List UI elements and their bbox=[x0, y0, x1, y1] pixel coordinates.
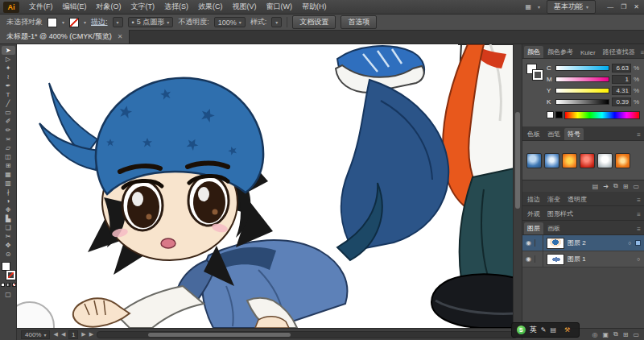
vertical-scrollbar[interactable] bbox=[513, 44, 522, 328]
cyan-value-field[interactable]: 6.63 bbox=[612, 64, 631, 73]
first-artboard-icon[interactable]: ◀ bbox=[53, 331, 57, 338]
tab-pathfinder[interactable]: 路径查找器 bbox=[600, 46, 638, 58]
menu-type[interactable]: 文字(T) bbox=[126, 0, 160, 15]
brush-definition-dropdown[interactable]: • 5 点圆形 ▾ bbox=[128, 17, 174, 27]
new-symbol-icon[interactable]: ⊞ bbox=[623, 183, 629, 190]
ime-keyboard-icon[interactable]: ▤ bbox=[550, 326, 556, 334]
free-transform-tool[interactable]: ▱ bbox=[2, 143, 15, 152]
fill-stroke-indicator[interactable] bbox=[2, 262, 15, 280]
ime-pen-icon[interactable]: ✎ bbox=[541, 326, 547, 334]
vertical-scrollbar-thumb[interactable] bbox=[515, 112, 520, 209]
break-link-icon[interactable]: ⧉ bbox=[613, 182, 618, 190]
hand-tool[interactable]: ✥ bbox=[2, 241, 15, 250]
fill-caret-icon[interactable]: ▾ bbox=[62, 19, 64, 25]
slice-tool[interactable]: ✂ bbox=[2, 232, 15, 241]
column-graph-tool[interactable]: ▙ bbox=[2, 214, 15, 223]
next-artboard-icon[interactable]: ▶ bbox=[81, 331, 85, 338]
close-button[interactable]: ✕ bbox=[634, 3, 639, 10]
menu-file[interactable]: 文件(F) bbox=[24, 0, 58, 15]
delete-layer-icon[interactable]: ▭ bbox=[633, 331, 639, 338]
layer-name[interactable]: 图层 2 bbox=[568, 238, 624, 247]
document-tab[interactable]: 未标题-1* @ 400% (CMYK/预览) ✕ bbox=[0, 30, 130, 44]
menu-view[interactable]: 视图(V) bbox=[228, 0, 262, 15]
tab-kuler[interactable]: Kuler bbox=[577, 48, 599, 58]
menu-select[interactable]: 选择(S) bbox=[159, 0, 193, 15]
menu-window[interactable]: 窗口(W) bbox=[262, 0, 298, 15]
panel-menu-icon[interactable]: ≡ bbox=[635, 130, 642, 140]
symbol-library-icon[interactable]: ▤ bbox=[592, 183, 599, 190]
ladybug-red-symbol[interactable] bbox=[580, 153, 595, 168]
new-sublayer-icon[interactable]: ⧉ bbox=[613, 330, 618, 338]
horizontal-scrollbar-thumb[interactable] bbox=[148, 333, 291, 337]
shape-builder-tool[interactable]: ◫ bbox=[2, 152, 15, 161]
lock-toggle-cell[interactable] bbox=[535, 235, 543, 251]
blend-tool[interactable]: ◑ bbox=[2, 197, 15, 205]
layer-thumbnail[interactable] bbox=[547, 254, 564, 265]
person-blue-symbol[interactable] bbox=[526, 153, 542, 168]
tab-symbols[interactable]: 符号 bbox=[564, 128, 584, 140]
tab-appearance[interactable]: 外观 bbox=[524, 208, 543, 220]
layer-target-icon[interactable]: ○ bbox=[633, 256, 644, 262]
tab-stroke[interactable]: 描边 bbox=[524, 193, 543, 205]
pen-tool[interactable]: ✒ bbox=[2, 81, 15, 90]
line-tool[interactable]: ╱ bbox=[2, 99, 15, 108]
panel-menu-icon[interactable]: ≡ bbox=[639, 48, 644, 58]
artboard-canvas[interactable] bbox=[17, 44, 522, 328]
rectangle-tool[interactable]: ▭ bbox=[2, 108, 15, 117]
layer-name[interactable]: 图层 1 bbox=[568, 255, 633, 263]
tab-swatches[interactable]: 色板 bbox=[524, 128, 543, 140]
white-swatch[interactable] bbox=[547, 111, 554, 118]
type-tool[interactable]: T bbox=[2, 90, 15, 99]
document-close-icon[interactable]: ✕ bbox=[118, 33, 123, 40]
mesh-tool[interactable]: ▦ bbox=[2, 170, 15, 179]
menu-object[interactable]: 对象(O) bbox=[92, 0, 126, 15]
ime-mode-label[interactable]: 英 bbox=[530, 325, 537, 335]
tab-color[interactable]: 颜色 bbox=[524, 46, 543, 58]
locate-object-icon[interactable]: ◎ bbox=[592, 331, 597, 338]
menu-edit[interactable]: 编辑(E) bbox=[58, 0, 92, 15]
menu-help[interactable]: 帮助(H) bbox=[297, 0, 332, 15]
workspace-switcher[interactable]: 基本功能 ▾ bbox=[547, 0, 596, 14]
direct-selection-tool[interactable]: ▷ bbox=[2, 55, 15, 64]
selection-tool[interactable]: ➤ bbox=[2, 46, 15, 55]
artboard-tool[interactable]: ❏ bbox=[2, 223, 15, 232]
tab-color-guide[interactable]: 颜色参考 bbox=[544, 46, 576, 58]
lock-toggle-cell[interactable] bbox=[535, 251, 543, 267]
magenta-slider[interactable] bbox=[555, 77, 609, 82]
layer-row-1[interactable]: ◉ 图层 1 ○ bbox=[522, 251, 644, 267]
black-swatch[interactable] bbox=[555, 111, 563, 118]
color-fill-stroke-indicator[interactable] bbox=[526, 64, 543, 80]
yellow-value-field[interactable]: 4.31 bbox=[612, 86, 631, 95]
pencil-tool[interactable]: ✏ bbox=[2, 126, 15, 135]
cloud-gray-symbol[interactable] bbox=[597, 153, 613, 168]
tab-transparency[interactable]: 透明度 bbox=[564, 193, 590, 205]
layer-row-2[interactable]: ◉ 图层 2 ○ bbox=[522, 235, 644, 251]
arrange-caret-icon[interactable]: ▾ bbox=[538, 4, 540, 10]
paintbrush-tool[interactable]: ✐ bbox=[2, 117, 15, 126]
stroke-panel-link[interactable]: 描边: bbox=[91, 17, 108, 27]
tab-layers[interactable]: 图层 bbox=[524, 222, 543, 234]
stroke-swatch[interactable] bbox=[69, 18, 79, 27]
place-symbol-icon[interactable]: ➔ bbox=[603, 183, 609, 190]
visibility-eye-icon[interactable]: ◉ bbox=[522, 255, 535, 263]
toolbar-stroke-swatch[interactable] bbox=[6, 271, 15, 280]
panel-menu-icon[interactable]: ≡ bbox=[635, 209, 642, 220]
gradient-fill-button[interactable] bbox=[6, 283, 10, 287]
globe-blue-symbol[interactable] bbox=[544, 153, 559, 168]
zoom-level-dropdown[interactable]: 400% ▾ bbox=[21, 330, 50, 339]
preferences-button[interactable]: 首选项 bbox=[341, 15, 377, 29]
none-fill-button[interactable] bbox=[12, 283, 16, 287]
toolbar-fill-swatch[interactable] bbox=[2, 262, 10, 271]
delete-symbol-icon[interactable]: ▭ bbox=[633, 183, 639, 190]
color-spectrum-bar[interactable] bbox=[564, 111, 640, 119]
layer-thumbnail[interactable] bbox=[547, 238, 564, 249]
magic-wand-tool[interactable]: ✦ bbox=[2, 64, 15, 73]
last-artboard-icon[interactable]: ▶ bbox=[89, 331, 93, 338]
arrange-documents-icon[interactable]: ▦ bbox=[526, 3, 532, 10]
menu-effect[interactable]: 效果(C) bbox=[193, 0, 228, 15]
color-stroke-swatch[interactable] bbox=[533, 70, 543, 80]
opacity-dropdown[interactable]: 100% ▾ bbox=[214, 17, 246, 27]
black-slider[interactable] bbox=[555, 99, 609, 105]
flower-orange-symbol[interactable] bbox=[562, 153, 577, 168]
document-setup-button[interactable]: 文档设置 bbox=[292, 15, 336, 29]
